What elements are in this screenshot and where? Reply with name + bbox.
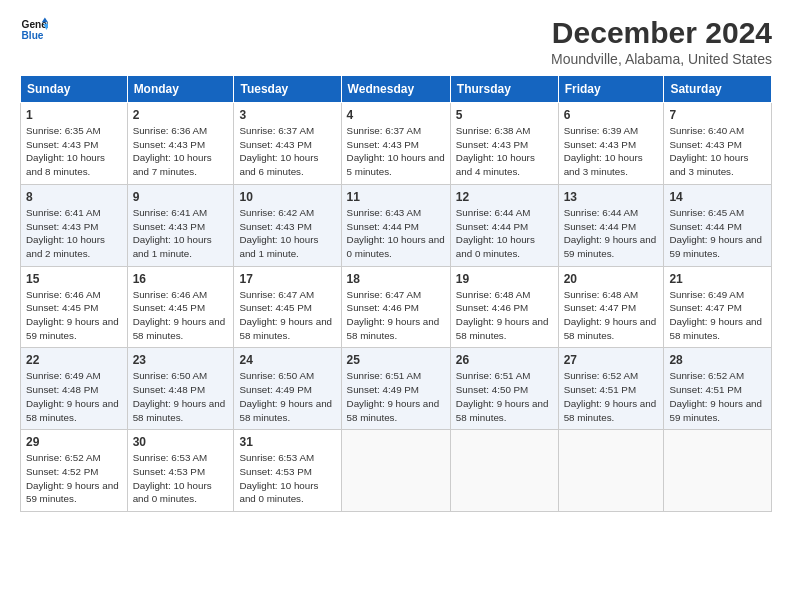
calendar-cell: 7 Sunrise: 6:40 AMSunset: 4:43 PMDayligh… [664, 103, 772, 185]
col-header-saturday: Saturday [664, 76, 772, 103]
calendar-cell: 25 Sunrise: 6:51 AMSunset: 4:49 PMDaylig… [341, 348, 450, 430]
day-number: 19 [456, 272, 553, 286]
calendar-cell: 14 Sunrise: 6:45 AMSunset: 4:44 PMDaylig… [664, 184, 772, 266]
calendar-cell: 3 Sunrise: 6:37 AMSunset: 4:43 PMDayligh… [234, 103, 341, 185]
col-header-friday: Friday [558, 76, 664, 103]
day-number: 11 [347, 190, 445, 204]
calendar-cell: 15 Sunrise: 6:46 AMSunset: 4:45 PMDaylig… [21, 266, 128, 348]
day-number: 23 [133, 353, 229, 367]
cell-info: Sunrise: 6:50 AMSunset: 4:49 PMDaylight:… [239, 370, 332, 422]
cell-info: Sunrise: 6:48 AMSunset: 4:46 PMDaylight:… [456, 289, 549, 341]
cell-info: Sunrise: 6:52 AMSunset: 4:51 PMDaylight:… [564, 370, 657, 422]
calendar-cell: 1 Sunrise: 6:35 AMSunset: 4:43 PMDayligh… [21, 103, 128, 185]
calendar-cell [664, 430, 772, 512]
cell-info: Sunrise: 6:53 AMSunset: 4:53 PMDaylight:… [239, 452, 318, 504]
day-number: 27 [564, 353, 659, 367]
cell-info: Sunrise: 6:37 AMSunset: 4:43 PMDaylight:… [239, 125, 318, 177]
calendar-cell: 26 Sunrise: 6:51 AMSunset: 4:50 PMDaylig… [450, 348, 558, 430]
col-header-tuesday: Tuesday [234, 76, 341, 103]
cell-info: Sunrise: 6:52 AMSunset: 4:52 PMDaylight:… [26, 452, 119, 504]
day-number: 28 [669, 353, 766, 367]
day-number: 26 [456, 353, 553, 367]
cell-info: Sunrise: 6:49 AMSunset: 4:48 PMDaylight:… [26, 370, 119, 422]
calendar-cell: 23 Sunrise: 6:50 AMSunset: 4:48 PMDaylig… [127, 348, 234, 430]
day-number: 3 [239, 108, 335, 122]
cell-info: Sunrise: 6:51 AMSunset: 4:50 PMDaylight:… [456, 370, 549, 422]
calendar-cell: 31 Sunrise: 6:53 AMSunset: 4:53 PMDaylig… [234, 430, 341, 512]
page: General Blue December 2024 Moundville, A… [0, 0, 792, 612]
calendar-cell: 29 Sunrise: 6:52 AMSunset: 4:52 PMDaylig… [21, 430, 128, 512]
day-number: 1 [26, 108, 122, 122]
day-number: 7 [669, 108, 766, 122]
header: General Blue December 2024 Moundville, A… [20, 16, 772, 67]
calendar-cell: 30 Sunrise: 6:53 AMSunset: 4:53 PMDaylig… [127, 430, 234, 512]
main-title: December 2024 [551, 16, 772, 49]
calendar-cell: 19 Sunrise: 6:48 AMSunset: 4:46 PMDaylig… [450, 266, 558, 348]
day-number: 21 [669, 272, 766, 286]
day-number: 13 [564, 190, 659, 204]
calendar-cell: 28 Sunrise: 6:52 AMSunset: 4:51 PMDaylig… [664, 348, 772, 430]
day-number: 9 [133, 190, 229, 204]
cell-info: Sunrise: 6:36 AMSunset: 4:43 PMDaylight:… [133, 125, 212, 177]
calendar-cell: 5 Sunrise: 6:38 AMSunset: 4:43 PMDayligh… [450, 103, 558, 185]
calendar-cell: 17 Sunrise: 6:47 AMSunset: 4:45 PMDaylig… [234, 266, 341, 348]
cell-info: Sunrise: 6:41 AMSunset: 4:43 PMDaylight:… [26, 207, 105, 259]
calendar-cell: 6 Sunrise: 6:39 AMSunset: 4:43 PMDayligh… [558, 103, 664, 185]
cell-info: Sunrise: 6:46 AMSunset: 4:45 PMDaylight:… [26, 289, 119, 341]
cell-info: Sunrise: 6:42 AMSunset: 4:43 PMDaylight:… [239, 207, 318, 259]
calendar-cell: 2 Sunrise: 6:36 AMSunset: 4:43 PMDayligh… [127, 103, 234, 185]
cell-info: Sunrise: 6:37 AMSunset: 4:43 PMDaylight:… [347, 125, 445, 177]
calendar-cell: 22 Sunrise: 6:49 AMSunset: 4:48 PMDaylig… [21, 348, 128, 430]
day-number: 15 [26, 272, 122, 286]
calendar-cell: 11 Sunrise: 6:43 AMSunset: 4:44 PMDaylig… [341, 184, 450, 266]
calendar-cell [558, 430, 664, 512]
cell-info: Sunrise: 6:35 AMSunset: 4:43 PMDaylight:… [26, 125, 105, 177]
cell-info: Sunrise: 6:43 AMSunset: 4:44 PMDaylight:… [347, 207, 445, 259]
day-number: 17 [239, 272, 335, 286]
cell-info: Sunrise: 6:47 AMSunset: 4:46 PMDaylight:… [347, 289, 440, 341]
calendar-cell: 10 Sunrise: 6:42 AMSunset: 4:43 PMDaylig… [234, 184, 341, 266]
cell-info: Sunrise: 6:46 AMSunset: 4:45 PMDaylight:… [133, 289, 226, 341]
cell-info: Sunrise: 6:53 AMSunset: 4:53 PMDaylight:… [133, 452, 212, 504]
col-header-wednesday: Wednesday [341, 76, 450, 103]
calendar-cell: 21 Sunrise: 6:49 AMSunset: 4:47 PMDaylig… [664, 266, 772, 348]
calendar-cell: 18 Sunrise: 6:47 AMSunset: 4:46 PMDaylig… [341, 266, 450, 348]
day-number: 31 [239, 435, 335, 449]
day-number: 18 [347, 272, 445, 286]
cell-info: Sunrise: 6:51 AMSunset: 4:49 PMDaylight:… [347, 370, 440, 422]
day-number: 10 [239, 190, 335, 204]
calendar-table: SundayMondayTuesdayWednesdayThursdayFrid… [20, 75, 772, 512]
day-number: 22 [26, 353, 122, 367]
logo: General Blue [20, 16, 48, 44]
calendar-cell: 27 Sunrise: 6:52 AMSunset: 4:51 PMDaylig… [558, 348, 664, 430]
day-number: 20 [564, 272, 659, 286]
day-number: 6 [564, 108, 659, 122]
col-header-thursday: Thursday [450, 76, 558, 103]
day-number: 5 [456, 108, 553, 122]
cell-info: Sunrise: 6:40 AMSunset: 4:43 PMDaylight:… [669, 125, 748, 177]
cell-info: Sunrise: 6:39 AMSunset: 4:43 PMDaylight:… [564, 125, 643, 177]
svg-text:Blue: Blue [22, 30, 44, 41]
col-header-sunday: Sunday [21, 76, 128, 103]
calendar-cell: 12 Sunrise: 6:44 AMSunset: 4:44 PMDaylig… [450, 184, 558, 266]
day-number: 16 [133, 272, 229, 286]
subtitle: Moundville, Alabama, United States [551, 51, 772, 67]
day-number: 2 [133, 108, 229, 122]
calendar-cell: 20 Sunrise: 6:48 AMSunset: 4:47 PMDaylig… [558, 266, 664, 348]
cell-info: Sunrise: 6:41 AMSunset: 4:43 PMDaylight:… [133, 207, 212, 259]
calendar-cell [341, 430, 450, 512]
cell-info: Sunrise: 6:52 AMSunset: 4:51 PMDaylight:… [669, 370, 762, 422]
calendar-cell [450, 430, 558, 512]
calendar-cell: 13 Sunrise: 6:44 AMSunset: 4:44 PMDaylig… [558, 184, 664, 266]
day-number: 25 [347, 353, 445, 367]
cell-info: Sunrise: 6:47 AMSunset: 4:45 PMDaylight:… [239, 289, 332, 341]
cell-info: Sunrise: 6:44 AMSunset: 4:44 PMDaylight:… [564, 207, 657, 259]
calendar-cell: 9 Sunrise: 6:41 AMSunset: 4:43 PMDayligh… [127, 184, 234, 266]
day-number: 29 [26, 435, 122, 449]
cell-info: Sunrise: 6:49 AMSunset: 4:47 PMDaylight:… [669, 289, 762, 341]
day-number: 24 [239, 353, 335, 367]
cell-info: Sunrise: 6:45 AMSunset: 4:44 PMDaylight:… [669, 207, 762, 259]
cell-info: Sunrise: 6:38 AMSunset: 4:43 PMDaylight:… [456, 125, 535, 177]
day-number: 30 [133, 435, 229, 449]
calendar-cell: 16 Sunrise: 6:46 AMSunset: 4:45 PMDaylig… [127, 266, 234, 348]
